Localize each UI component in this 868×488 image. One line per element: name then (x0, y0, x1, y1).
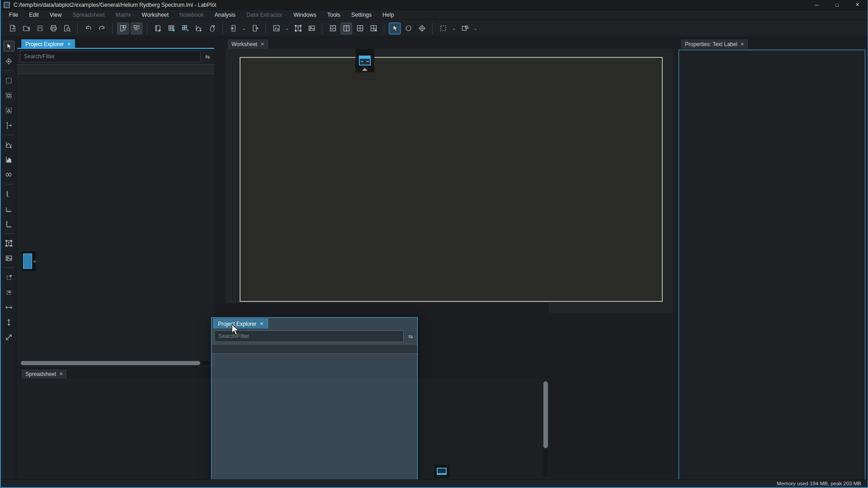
selection-combo-button[interactable] (437, 23, 449, 34)
pointer-tool-button[interactable] (4, 41, 14, 52)
redo-button[interactable] (96, 23, 108, 34)
cursor-line-tool-button[interactable] (4, 120, 14, 131)
target-tool-button[interactable] (4, 56, 14, 66)
layout-horizontal-button[interactable] (340, 23, 352, 34)
layout-break-button[interactable] (368, 23, 379, 34)
horizontal-scrollbar[interactable] (21, 361, 210, 365)
menu-windows[interactable]: Windows (288, 11, 322, 19)
zoom-out-tool-button[interactable] (4, 287, 14, 298)
scale-auto-tool-button[interactable] (4, 332, 14, 343)
tab-floating-project-explorer[interactable]: Project Explorer✕ (213, 319, 268, 328)
fourier-tool-button[interactable] (4, 169, 14, 180)
close-icon[interactable]: ✕ (741, 42, 744, 47)
search-input[interactable] (214, 330, 404, 342)
tab-spreadsheet[interactable]: Spreadsheet✕ (21, 369, 67, 379)
select-mouse-mode-button[interactable] (389, 23, 401, 34)
undo-button[interactable] (82, 23, 94, 34)
save-project-button[interactable] (34, 23, 46, 34)
toolbar-separator (432, 23, 433, 34)
menubar: FileEditViewSpreadsheetMatrixWorksheetNo… (1, 10, 868, 20)
export-button[interactable] (249, 23, 261, 34)
plot (226, 49, 673, 302)
layout-vertical-button[interactable] (327, 23, 339, 34)
close-icon[interactable]: ✕ (259, 321, 263, 326)
menu-help[interactable]: Help (377, 11, 400, 19)
close-icon[interactable]: ✕ (67, 42, 71, 47)
tab-properties[interactable]: Properties: Text Label✕ (680, 39, 749, 49)
menu-edit[interactable]: Edit (24, 11, 44, 19)
close-button[interactable]: ✕ (847, 0, 868, 9)
maximize-button[interactable]: □ (827, 0, 847, 9)
print-preview-button[interactable] (61, 23, 73, 34)
toolbar-separator (322, 23, 322, 34)
dock-indicator-bottom (434, 465, 449, 478)
floating-project-explorer[interactable]: Project Explorer✕ ⇆ (211, 317, 418, 488)
toolbar-separator (384, 23, 384, 34)
new-text-label-button[interactable] (292, 23, 304, 34)
axis-horizontal-tool-button[interactable] (4, 203, 14, 214)
menu-spreadsheet: Spreadsheet (67, 11, 110, 19)
menu-analysis[interactable]: Analysis (209, 11, 241, 19)
new-xy-curve-button[interactable] (193, 23, 204, 34)
search-input[interactable] (20, 51, 201, 62)
close-icon[interactable]: ✕ (59, 371, 63, 376)
new-workbook-button[interactable] (152, 23, 164, 34)
worksheet-canvas[interactable] (226, 49, 673, 313)
xy-curve-tool-button[interactable] (4, 139, 14, 150)
menu-settings[interactable]: Settings (346, 11, 377, 19)
new-project-button[interactable] (7, 23, 19, 34)
image-tool-button[interactable] (4, 253, 14, 263)
layout-grid-button[interactable] (354, 23, 366, 34)
color-maps-button[interactable] (206, 23, 218, 34)
toolbar-separator (77, 23, 78, 34)
worksheet-side-toolbar (2, 37, 16, 480)
project-explorer-dock: Project Explorer✕ ⇆ ◀ (17, 38, 214, 367)
tab-project-explorer[interactable]: Project Explorer✕ (21, 39, 75, 49)
new-image-button[interactable] (306, 23, 317, 34)
magnification-combo-dropdown-icon[interactable]: ⌄ (472, 23, 479, 34)
import-dropdown-icon[interactable]: ⌄ (241, 23, 247, 34)
titlebar: C:/temp/bin/data/labplot2/examples/Gener… (1, 0, 868, 10)
open-project-button[interactable] (20, 23, 32, 34)
menu-worksheet[interactable]: Worksheet (137, 11, 175, 19)
histogram-tool-button[interactable] (4, 154, 14, 165)
new-matrix-button[interactable] (179, 23, 191, 34)
filter-options-icon[interactable]: ⇆ (203, 51, 212, 62)
vertical-scrollbar[interactable] (543, 381, 548, 477)
crosshair-mode-button[interactable] (416, 23, 428, 34)
select-rect-tool-button[interactable] (4, 75, 14, 86)
toggle-project-explorer-button[interactable] (117, 23, 129, 34)
window-title: C:/temp/bin/data/labplot2/examples/Gener… (14, 2, 216, 8)
shift-y-tool-button[interactable] (4, 317, 14, 328)
menu-view[interactable]: View (44, 11, 67, 19)
zoom-in-tool-button[interactable] (4, 272, 14, 283)
dock-indicator-cluster (341, 154, 400, 210)
print-button[interactable] (47, 23, 59, 34)
select-region-tool-button[interactable] (4, 90, 14, 101)
new-spreadsheet-button[interactable] (165, 23, 177, 34)
tab-worksheet[interactable]: Worksheet✕ (227, 39, 269, 49)
axis-both-tool-button[interactable] (4, 218, 14, 229)
selection-combo-dropdown-icon[interactable]: ⌄ (451, 23, 457, 34)
select-free-tool-button[interactable] (4, 105, 14, 116)
menu-file[interactable]: File (4, 11, 24, 19)
filter-options-icon[interactable]: ⇆ (406, 330, 415, 342)
import-button[interactable] (227, 23, 239, 34)
magnification-combo-button[interactable] (459, 23, 471, 34)
close-icon[interactable]: ✕ (260, 42, 264, 47)
menu-tools[interactable]: Tools (322, 11, 346, 19)
zoom-select-mode-button[interactable] (402, 23, 414, 34)
new-plot-dropdown-icon[interactable]: ⌄ (284, 23, 290, 34)
shift-x-tool-button[interactable] (4, 302, 14, 313)
menu-matrix: Matrix (110, 11, 136, 19)
toggle-properties-explorer-button[interactable] (131, 23, 142, 34)
menu-notebook: Notebook (174, 11, 209, 19)
toolbar-separator (147, 23, 147, 34)
text-label-tool-button[interactable] (4, 238, 14, 249)
axis-vertical-tool-button[interactable] (4, 188, 14, 199)
minimize-button[interactable]: ─ (807, 0, 827, 9)
panel-drag-handle[interactable]: ◀ (22, 251, 36, 271)
tree-header[interactable] (17, 64, 214, 74)
tree-header (212, 344, 417, 354)
new-plot-button[interactable] (270, 23, 282, 34)
